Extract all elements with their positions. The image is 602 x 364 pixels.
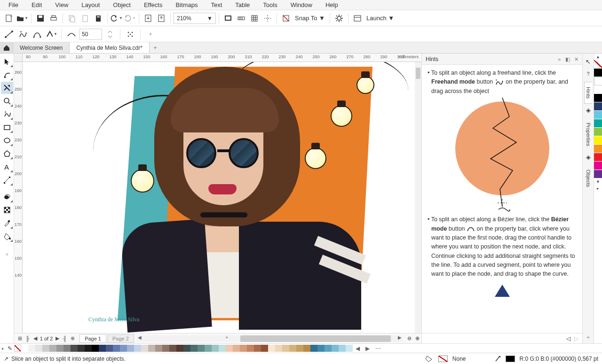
paste-button[interactable] (79, 12, 91, 24)
add-docker-button[interactable]: ＋ (584, 333, 593, 341)
palette-h-right[interactable]: ▶ (363, 345, 372, 352)
swatch[interactable] (594, 119, 602, 128)
swatch-none[interactable] (594, 60, 602, 69)
import-button[interactable] (142, 12, 154, 24)
swatch[interactable] (261, 345, 268, 352)
swatch[interactable] (198, 345, 205, 352)
swatch[interactable] (92, 345, 99, 352)
home-tab[interactable] (0, 42, 13, 53)
docker-tab-hints[interactable]: Hints (584, 82, 592, 104)
swatch[interactable] (28, 345, 35, 352)
menu-object[interactable]: Object (106, 0, 137, 9)
swatch-none-h[interactable] (14, 345, 21, 352)
clipboard-button[interactable] (92, 12, 104, 24)
swatch[interactable] (85, 345, 92, 352)
swatch[interactable] (162, 345, 169, 352)
pick-cursor-icon[interactable]: ↖ (584, 57, 593, 66)
next-page-button[interactable]: ▶ (55, 335, 60, 341)
zoom-out-button[interactable]: ⊖ (405, 335, 413, 341)
swatch[interactable] (233, 345, 240, 352)
quick-customize-button[interactable]: ＋ (144, 28, 157, 40)
fill-indicator-icon[interactable] (425, 356, 434, 362)
swatch[interactable] (303, 345, 310, 352)
menu-window[interactable]: Window (284, 0, 319, 9)
snap-to-dropdown[interactable]: Snap To ▼ (293, 15, 327, 22)
menu-help[interactable]: Help (319, 0, 345, 9)
palette-h-flyout[interactable]: ▸ (0, 346, 6, 351)
swatch[interactable] (71, 345, 78, 352)
help-icon[interactable]: ? (584, 70, 593, 78)
swatch[interactable] (346, 345, 353, 352)
cut-span-button[interactable] (124, 28, 136, 40)
swatch[interactable] (594, 69, 602, 77)
swatch[interactable] (155, 345, 162, 352)
swatch[interactable] (275, 345, 282, 352)
add-page-button[interactable]: ⊕ (70, 335, 76, 341)
text-tool[interactable]: A (1, 161, 13, 173)
freehand-tool[interactable]: + (1, 108, 13, 120)
print-button[interactable] (48, 12, 60, 24)
swatch[interactable] (106, 345, 113, 352)
rectangle-tool[interactable] (1, 121, 13, 133)
palette-flyout[interactable]: ▸ (594, 185, 602, 192)
horizontal-ruler[interactable]: 80 90 100 110 120 130 140 150 160 170 18… (14, 54, 421, 62)
hints-back-button[interactable]: ◁ (566, 335, 570, 342)
menu-bitmaps[interactable]: Bitmaps (169, 0, 204, 9)
page-tab-1[interactable]: Page 1 (79, 334, 106, 343)
swatch[interactable] (169, 345, 176, 352)
swatch[interactable] (247, 345, 254, 352)
copy-button[interactable] (66, 12, 78, 24)
swatch[interactable] (594, 77, 602, 85)
fill-swatch[interactable] (438, 356, 448, 362)
properties-icon[interactable]: ◈ (584, 106, 593, 114)
quick-customize-toolbox[interactable]: ＋ (1, 248, 13, 260)
shape-tool[interactable] (1, 69, 13, 81)
palette-h-left[interactable]: ◀ (353, 345, 363, 352)
swatch[interactable] (240, 345, 247, 352)
palette-h-more[interactable]: ⋯ (372, 345, 384, 352)
zoom-tool[interactable] (1, 95, 13, 107)
outline-swatch[interactable] (506, 356, 515, 362)
dock-undock-button[interactable]: ◧ (565, 56, 570, 62)
swatch[interactable] (127, 345, 134, 352)
swatch[interactable] (317, 345, 325, 352)
swatch[interactable] (594, 102, 602, 111)
menu-tools[interactable]: Tools (256, 0, 284, 9)
swatch[interactable] (282, 345, 289, 352)
swatch[interactable] (63, 345, 71, 352)
swatch[interactable] (190, 345, 198, 352)
swatch[interactable] (310, 345, 317, 352)
swatch[interactable] (183, 345, 190, 352)
menu-table[interactable]: Table (229, 0, 256, 9)
swatch[interactable] (594, 94, 602, 102)
menu-view[interactable]: View (48, 0, 75, 9)
swatch[interactable] (594, 136, 602, 145)
swatch[interactable] (289, 345, 296, 352)
docker-tab-objects[interactable]: Objects (585, 165, 592, 192)
outline-indicator-icon[interactable] (494, 356, 501, 362)
vertical-scrollbar[interactable] (415, 62, 421, 333)
page-tab-2[interactable]: Page 2 (107, 334, 134, 343)
swatch[interactable] (49, 345, 56, 352)
zoom-in-button[interactable]: ⊕ (413, 335, 421, 341)
freehand-mode-button[interactable]: + (17, 28, 29, 40)
objects-icon[interactable]: ◈ (584, 153, 593, 161)
prev-page-button[interactable]: ◀ (32, 335, 38, 341)
swatch[interactable] (56, 345, 63, 352)
swatch[interactable] (268, 345, 275, 352)
menu-text[interactable]: Text (204, 0, 229, 9)
menu-layout[interactable]: Layout (75, 0, 106, 9)
outline-width-button[interactable]: ▼ (45, 28, 57, 40)
show-guides-button[interactable] (261, 12, 274, 24)
tab-document[interactable]: Cynthia de Melo Silva.cdr* (70, 42, 150, 53)
swatch[interactable] (99, 345, 106, 352)
dimension-tool[interactable] (1, 174, 13, 186)
swatch[interactable] (141, 345, 148, 352)
horizontal-scrollbar[interactable]: ◀ ▶ + (137, 335, 403, 342)
first-page-button[interactable]: ╟ (25, 336, 31, 341)
crop-knife-tool[interactable] (1, 82, 13, 94)
undo-button[interactable]: ▼ (111, 12, 123, 24)
transparency-tool[interactable] (1, 204, 13, 216)
swatch[interactable] (120, 345, 127, 352)
options-button[interactable] (333, 12, 345, 24)
